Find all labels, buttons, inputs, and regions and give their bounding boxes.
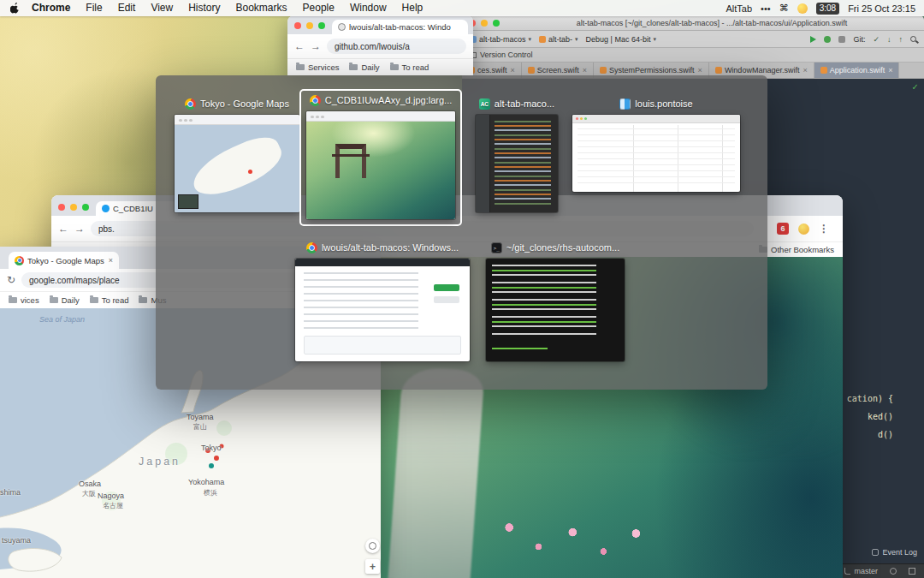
git-push-icon[interactable]: ↑ bbox=[899, 35, 903, 44]
window-thumbnail-github bbox=[295, 259, 470, 361]
city-label-nagoya: Nagoya bbox=[98, 492, 124, 500]
event-log-icon bbox=[872, 549, 879, 556]
command-status-icon[interactable]: ⌘ bbox=[779, 3, 789, 14]
bookmark-daily[interactable]: Daily bbox=[349, 63, 379, 72]
close-tab-icon[interactable]: × bbox=[583, 66, 587, 74]
run-config-selector[interactable]: alt-tab-▾ bbox=[539, 35, 578, 44]
mini-readme-box bbox=[304, 336, 461, 355]
timer-status-item[interactable]: 3:08 bbox=[816, 3, 839, 15]
version-control-tab[interactable]: Version Control bbox=[462, 48, 924, 63]
menu-window[interactable]: Window bbox=[342, 0, 394, 16]
minimize-button[interactable] bbox=[481, 20, 488, 27]
browser-toolbar: ← → github.com/lwouis/a bbox=[287, 34, 473, 58]
mini-map bbox=[175, 125, 299, 212]
emoji-extension-icon[interactable] bbox=[798, 223, 809, 235]
menu-bookmarks[interactable]: Bookmarks bbox=[228, 0, 295, 16]
bookmark-services-cut[interactable]: vices bbox=[9, 295, 39, 305]
switcher-item-title-row: lwouis/alt-tab-macos: Windows... bbox=[306, 240, 459, 255]
close-tab-icon[interactable]: × bbox=[803, 66, 807, 74]
profile-button[interactable] bbox=[838, 36, 845, 43]
search-icon[interactable] bbox=[910, 36, 916, 42]
mini-anime-art bbox=[306, 122, 455, 219]
zoom-in-button[interactable]: + bbox=[365, 559, 380, 574]
city-label-toyama: Toyama bbox=[187, 413, 214, 421]
menu-bar-clock[interactable]: Fri 25 Oct 23:15 bbox=[848, 3, 915, 14]
switcher-item-title: Tokyo - Google Maps bbox=[200, 98, 289, 109]
appcode-titlebar[interactable]: alt-tab-macos [~/git_clones/alt-tab-maco… bbox=[462, 15, 924, 31]
project-selector[interactable]: alt-tab-macos▾ bbox=[470, 35, 531, 44]
bookmark-to-read[interactable]: To read bbox=[390, 63, 429, 72]
city-kanji-yokohama: 横浜 bbox=[204, 488, 217, 498]
git-branch-indicator[interactable]: master bbox=[844, 567, 878, 575]
back-button[interactable]: ← bbox=[58, 223, 68, 235]
close-tab-icon[interactable]: × bbox=[888, 66, 892, 74]
forward-button[interactable]: → bbox=[311, 40, 321, 52]
chrome-menu-icon[interactable]: ⋮ bbox=[819, 223, 829, 235]
terminal-icon: >_ bbox=[491, 242, 502, 253]
browser-tab-github[interactable]: lwouis/alt-tab-macos: Windo bbox=[332, 20, 468, 34]
build-config-selector[interactable]: Debug | Mac 64-bit▾ bbox=[586, 35, 656, 44]
switcher-item-github[interactable]: lwouis/alt-tab-macos: Windows... bbox=[289, 240, 476, 361]
menu-help[interactable]: Help bbox=[394, 0, 431, 16]
switcher-item-tokyo-maps[interactable]: Tokyo - Google Maps bbox=[166, 96, 308, 212]
zoom-button[interactable] bbox=[493, 20, 500, 27]
close-button[interactable] bbox=[58, 204, 65, 211]
apple-menu-icon[interactable] bbox=[10, 3, 20, 14]
event-log-button[interactable]: Event Log bbox=[872, 548, 917, 557]
city-label-osaka: Osaka bbox=[79, 480, 101, 488]
switcher-item-title: ~/git_clones/rhs-autocom... bbox=[506, 242, 619, 253]
mini-landmass bbox=[186, 130, 287, 205]
switcher-item-terminal[interactable]: >_~/git_clones/rhs-autocom... bbox=[479, 240, 631, 361]
tab-strip[interactable]: lwouis/alt-tab-macos: Windo bbox=[287, 15, 473, 34]
forward-button[interactable]: → bbox=[74, 223, 85, 235]
window-controls bbox=[58, 204, 89, 211]
git-update-icon[interactable]: ↓ bbox=[887, 35, 891, 44]
switcher-item-title: C_CDB1IUwAAxy_d.jpg:larg... bbox=[325, 95, 453, 105]
status-icon-2[interactable] bbox=[909, 568, 915, 575]
bookmark-daily[interactable]: Daily bbox=[50, 295, 80, 305]
other-bookmarks[interactable]: Other Bookmarks bbox=[759, 245, 834, 254]
minimize-button[interactable] bbox=[70, 204, 77, 211]
switcher-item-finder[interactable]: louis.pontoise bbox=[568, 96, 744, 192]
debug-button[interactable] bbox=[824, 36, 831, 43]
menu-history[interactable]: History bbox=[181, 0, 228, 16]
menu-people[interactable]: People bbox=[295, 0, 342, 16]
adblock-extension-icon[interactable]: 6 bbox=[777, 223, 789, 235]
browser-tab-maps[interactable]: Tokyo - Google Maps × bbox=[9, 252, 119, 269]
window-title: alt-tab-macos [~/git_clones/alt-tab-maco… bbox=[506, 19, 917, 27]
switcher-item-title: alt-tab-maco... bbox=[495, 98, 554, 109]
zoom-button[interactable] bbox=[82, 204, 89, 211]
menu-file[interactable]: File bbox=[78, 0, 110, 16]
bookmark-to-read[interactable]: To read bbox=[90, 295, 129, 305]
mini-gray-button bbox=[434, 296, 459, 303]
address-bar[interactable]: github.com/lwouis/a bbox=[327, 39, 466, 54]
alt-tab-switcher: Tokyo - Google Maps C_CDB1IUwAAxy_d.jpg:… bbox=[156, 75, 767, 390]
status-icon-1[interactable] bbox=[890, 568, 897, 575]
refresh-icon[interactable]: ↻ bbox=[7, 274, 15, 286]
active-app-menu[interactable]: Chrome bbox=[27, 0, 78, 16]
city-kanji-toyama: 富山 bbox=[193, 422, 207, 432]
alttab-status-item[interactable]: AltTab bbox=[726, 3, 753, 14]
switcher-item-image-selected[interactable]: C_CDB1IUwAAxy_d.jpg:larg... bbox=[299, 89, 462, 226]
switcher-item-appcode[interactable]: ACalt-tab-maco... bbox=[469, 96, 565, 212]
menu-bar-status-area: AltTab ••• ⌘ 3:08 Fri 25 Oct 23:15 bbox=[726, 3, 915, 15]
git-commit-icon[interactable]: ✓ bbox=[873, 35, 880, 44]
menu-edit[interactable]: Edit bbox=[110, 0, 144, 16]
tab-application-swift[interactable]: Application.swift× bbox=[814, 63, 900, 78]
close-tab-icon[interactable]: × bbox=[511, 66, 515, 74]
back-button[interactable]: ← bbox=[294, 40, 305, 52]
emoji-status-icon[interactable] bbox=[797, 3, 808, 14]
dots-status-item[interactable]: ••• bbox=[761, 3, 771, 14]
run-button[interactable] bbox=[810, 36, 816, 43]
menu-view[interactable]: View bbox=[143, 0, 181, 16]
close-tab-icon[interactable]: × bbox=[698, 66, 702, 74]
minimize-button[interactable] bbox=[306, 22, 313, 29]
zoom-button[interactable] bbox=[318, 22, 325, 29]
close-button[interactable] bbox=[294, 22, 301, 29]
switcher-item-title-row: >_~/git_clones/rhs-autocom... bbox=[491, 240, 619, 255]
city-label-tsuyama: tsuyama bbox=[2, 536, 31, 545]
inspection-check-icon: ✓ bbox=[912, 82, 919, 92]
my-location-button[interactable] bbox=[365, 539, 380, 553]
close-tab-icon[interactable]: × bbox=[109, 256, 113, 265]
bookmark-services[interactable]: Services bbox=[296, 63, 339, 72]
